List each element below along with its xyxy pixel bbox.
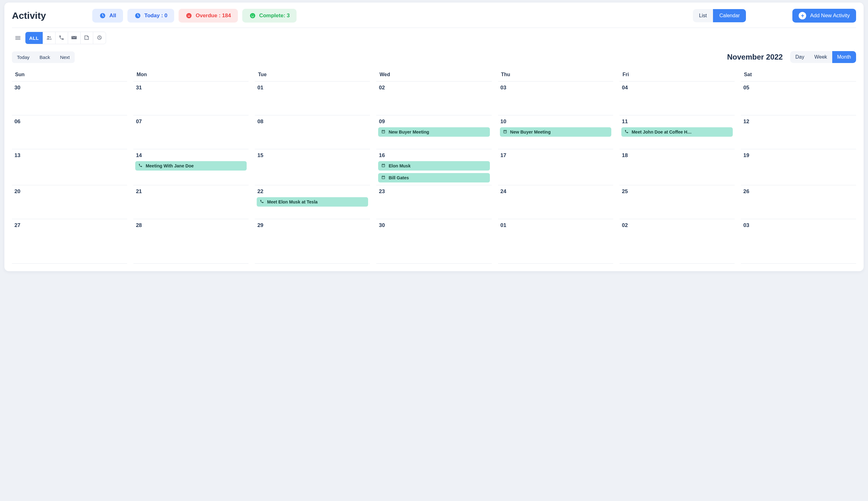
calendar: SunMonTueWedThuFriSat 303101020304050607… <box>12 69 856 264</box>
calendar-cell[interactable]: 05 <box>741 82 856 115</box>
event-title: Bill Gates <box>388 175 409 180</box>
calendar-cell[interactable]: 03 <box>498 82 613 115</box>
calendar-cell[interactable]: 24 <box>498 185 613 219</box>
date-number: 06 <box>14 118 125 125</box>
type-filter-all[interactable]: ALL <box>25 32 43 44</box>
calendar-cell[interactable]: 25 <box>619 185 735 219</box>
menu-button[interactable] <box>12 32 24 44</box>
calendar-cell[interactable]: 15 <box>255 149 370 185</box>
range-toggle: Day Week Month <box>790 51 856 63</box>
event-title: Elon Musk <box>388 163 410 168</box>
calendar-cell[interactable]: 09New Buyer Meeting <box>376 115 491 149</box>
type-filter-time[interactable] <box>93 32 106 44</box>
calendar-cell[interactable]: 12 <box>741 115 856 149</box>
calendar-cell[interactable]: 23 <box>376 185 491 219</box>
calendar-cell[interactable]: 10New Buyer Meeting <box>498 115 613 149</box>
calendar-cell[interactable]: 07 <box>133 115 249 149</box>
event-title: Meet Elon Musk at Tesla <box>267 199 317 204</box>
range-week[interactable]: Week <box>809 51 832 63</box>
calendar-event[interactable]: New Buyer Meeting <box>378 127 490 137</box>
calendar-cell[interactable]: 18 <box>619 149 735 185</box>
dow-header: Sun <box>12 69 127 82</box>
calendar-cell[interactable]: 01 <box>255 82 370 115</box>
calendar-week: 06070809New Buyer Meeting10New Buyer Mee… <box>12 115 856 149</box>
calendar-event[interactable]: Elon Musk <box>378 161 490 171</box>
calendar-cell[interactable]: 16Elon MuskBill Gates <box>376 149 491 185</box>
status-pill-complete-label: Complete: 3 <box>259 12 290 19</box>
type-filter-people[interactable] <box>43 32 55 44</box>
add-activity-button[interactable]: + Add New Activity <box>792 9 856 23</box>
range-month[interactable]: Month <box>832 51 856 63</box>
nav-today[interactable]: Today <box>12 51 34 63</box>
date-nav-segment: Today Back Next <box>12 51 75 63</box>
calendar-cell[interactable]: 22Meet Elon Musk at Tesla <box>255 185 370 219</box>
calendar-cell[interactable]: 19 <box>741 149 856 185</box>
status-pill-all-label: All <box>109 12 116 19</box>
type-filter-email[interactable] <box>68 32 81 44</box>
sad-face-icon <box>186 12 192 19</box>
calendar-cell[interactable]: 26 <box>741 185 856 219</box>
calendar-event[interactable]: Meet Elon Musk at Tesla <box>257 197 368 206</box>
svg-point-5 <box>250 13 255 19</box>
date-number: 02 <box>378 85 490 91</box>
calendar-cell[interactable]: 21 <box>133 185 249 219</box>
event-title: Meeting With Jane Doe <box>146 163 194 168</box>
calendar-week: 27282930010203 <box>12 219 856 264</box>
svg-point-2 <box>186 13 192 19</box>
svg-point-12 <box>50 36 51 38</box>
date-number: 24 <box>500 189 611 195</box>
calendar-event[interactable]: New Buyer Meeting <box>500 127 611 137</box>
calendar-cell[interactable]: 13 <box>12 149 127 185</box>
calendar-cell[interactable]: 17 <box>498 149 613 185</box>
calendar-event[interactable]: Meet John Doe at Coffee H… <box>621 127 733 137</box>
calendar-cell[interactable]: 28 <box>133 219 249 264</box>
clock-icon <box>134 12 141 19</box>
calendar-cell[interactable]: 14Meeting With Jane Doe <box>133 149 249 185</box>
date-number: 20 <box>14 189 125 195</box>
status-pill-complete[interactable]: Complete: 3 <box>242 9 296 23</box>
date-number: 04 <box>621 85 733 91</box>
date-number: 14 <box>135 152 247 159</box>
range-day[interactable]: Day <box>790 51 809 63</box>
type-filter-call[interactable] <box>55 32 68 44</box>
date-number: 27 <box>14 222 125 228</box>
calendar-cell[interactable]: 03 <box>741 219 856 264</box>
calendar-event[interactable]: Meeting With Jane Doe <box>135 161 247 171</box>
calendar-cell[interactable]: 02 <box>376 82 491 115</box>
calendar-cell[interactable]: 04 <box>619 82 735 115</box>
calendar-cell[interactable]: 20 <box>12 185 127 219</box>
date-number: 30 <box>14 85 125 91</box>
calendar-cell[interactable]: 29 <box>255 219 370 264</box>
nav-back[interactable]: Back <box>34 51 55 63</box>
nav-next[interactable]: Next <box>55 51 75 63</box>
status-pill-overdue[interactable]: Overdue : 184 <box>179 9 238 23</box>
type-filter-note[interactable] <box>81 32 93 44</box>
clock-icon <box>99 12 106 19</box>
view-toggle-list[interactable]: List <box>693 9 713 22</box>
status-pill-all[interactable]: All <box>92 9 123 23</box>
view-toggle-calendar[interactable]: Calendar <box>713 9 746 22</box>
note-icon <box>84 35 90 41</box>
calendar-cell[interactable]: 01 <box>498 219 613 264</box>
date-number: 29 <box>257 222 368 228</box>
date-number: 22 <box>257 189 368 195</box>
date-number: 25 <box>621 189 733 195</box>
calendar-icon <box>381 175 385 180</box>
smile-face-icon <box>249 12 256 19</box>
calendar-cell[interactable]: 11Meet John Doe at Coffee H… <box>619 115 735 149</box>
calendar-cell[interactable]: 30 <box>376 219 491 264</box>
status-pill-today[interactable]: Today : 0 <box>127 9 174 23</box>
date-number: 08 <box>257 118 368 125</box>
date-number: 23 <box>378 189 490 195</box>
phone-icon <box>260 199 264 204</box>
status-pill-today-label: Today : 0 <box>144 12 167 19</box>
calendar-cell[interactable]: 02 <box>619 219 735 264</box>
calendar-cell[interactable]: 31 <box>133 82 249 115</box>
calendar-cell[interactable]: 08 <box>255 115 370 149</box>
calendar-cell[interactable]: 30 <box>12 82 127 115</box>
calendar-icon <box>381 163 385 168</box>
calendar-cell[interactable]: 06 <box>12 115 127 149</box>
page-title: Activity <box>12 10 46 21</box>
calendar-event[interactable]: Bill Gates <box>378 173 490 182</box>
calendar-cell[interactable]: 27 <box>12 219 127 264</box>
